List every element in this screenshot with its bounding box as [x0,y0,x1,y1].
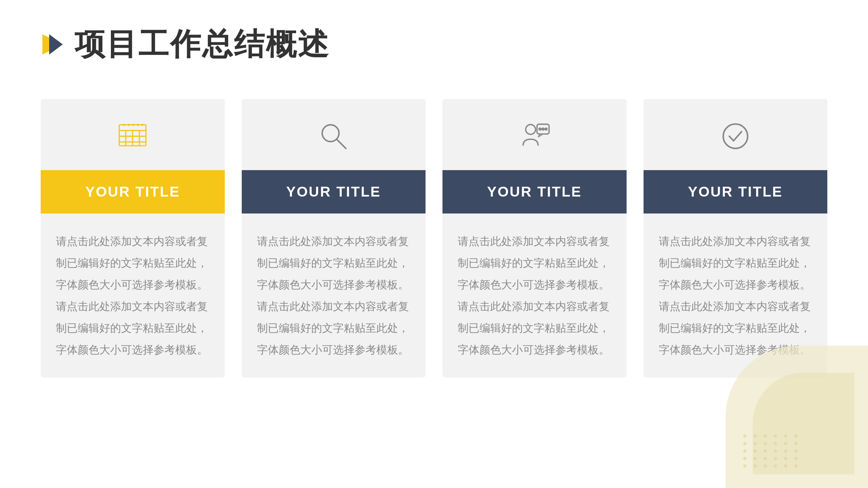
page-title: 项目工作总结概述 [75,24,330,65]
card-1: YOUR TITLE 请点击此处添加文本内容或者复制已编辑好的文字粘贴至此处，字… [41,99,225,378]
card-2-icon-area [242,99,426,170]
card-3-title-bar[interactable]: YOUR TITLE [442,170,627,214]
svg-point-21 [723,124,748,148]
svg-point-19 [542,128,544,130]
card-1-title-bar[interactable]: YOUR TITLE [41,170,225,214]
check-icon [718,119,752,153]
card-4-icon-area [644,99,828,170]
card-2-body-text: 请点击此处添加文本内容或者复制已编辑好的文字粘贴至此处，字体颜色大小可选择参考模… [257,235,409,356]
card-3-title: YOUR TITLE [487,184,582,200]
svg-point-16 [526,125,536,135]
card-4-title: YOUR TITLE [688,184,783,200]
table-icon [116,119,150,153]
card-1-icon-area [41,99,225,170]
svg-marker-1 [49,34,63,55]
svg-line-15 [337,139,346,148]
search-icon [317,119,351,153]
card-4-body-text: 请点击此处添加文本内容或者复制已编辑好的文字粘贴至此处，字体颜色大小可选择参考模… [659,235,811,356]
card-3-icon-area [442,99,627,170]
card-1-body-text: 请点击此处添加文本内容或者复制已编辑好的文字粘贴至此处，字体颜色大小可选择参考模… [56,235,208,356]
header-arrow-icon [41,33,64,56]
page-header: 项目工作总结概述 [0,0,868,79]
deco-dots [743,434,800,468]
card-1-title: YOUR TITLE [85,184,180,200]
card-1-body[interactable]: 请点击此处添加文本内容或者复制已编辑好的文字粘贴至此处，字体颜色大小可选择参考模… [41,214,225,378]
chat-icon [517,119,551,153]
card-2-body[interactable]: 请点击此处添加文本内容或者复制已编辑好的文字粘贴至此处，字体颜色大小可选择参考模… [242,214,426,378]
card-3-body[interactable]: 请点击此处添加文本内容或者复制已编辑好的文字粘贴至此处，字体颜色大小可选择参考模… [442,214,627,378]
card-2-title-bar[interactable]: YOUR TITLE [242,170,426,214]
card-2: YOUR TITLE 请点击此处添加文本内容或者复制已编辑好的文字粘贴至此处，字… [242,99,426,378]
card-4-title-bar[interactable]: YOUR TITLE [644,170,828,214]
card-3-body-text: 请点击此处添加文本内容或者复制已编辑好的文字粘贴至此处，字体颜色大小可选择参考模… [458,235,610,356]
card-2-title: YOUR TITLE [286,184,381,200]
svg-point-20 [545,128,547,130]
card-3: YOUR TITLE 请点击此处添加文本内容或者复制已编辑好的文字粘贴至此处，字… [442,99,627,378]
card-4: YOUR TITLE 请点击此处添加文本内容或者复制已编辑好的文字粘贴至此处，字… [644,99,828,378]
cards-container: YOUR TITLE 请点击此处添加文本内容或者复制已编辑好的文字粘贴至此处，字… [0,79,868,378]
svg-point-18 [539,128,541,130]
